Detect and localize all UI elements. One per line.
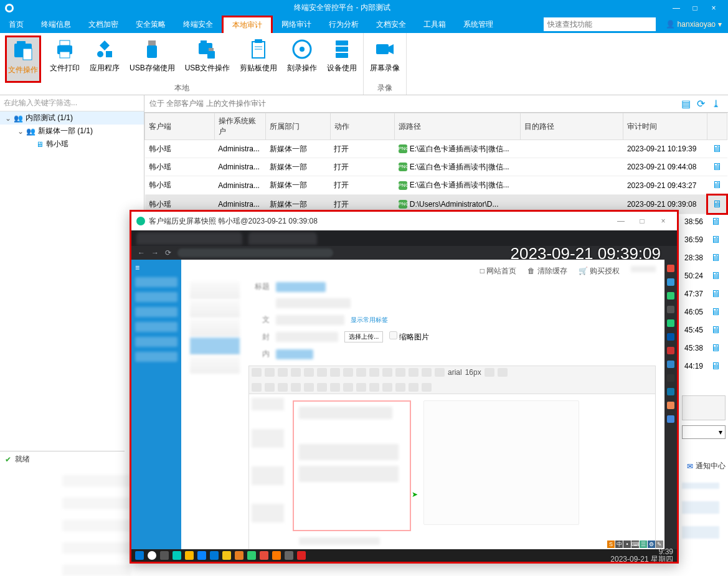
popup-close[interactable]: × xyxy=(655,217,672,225)
menu-doc-encrypt[interactable]: 文档加密 xyxy=(80,16,127,33)
view-screenshot-icon[interactable]: 🖥 xyxy=(709,270,722,281)
svg-rect-1 xyxy=(17,41,26,46)
view-screenshot-icon[interactable]: 🖥 xyxy=(712,143,722,154)
ribbon-device[interactable]: 设备使用 xyxy=(326,35,358,83)
th-dst[interactable]: 目的路径 xyxy=(520,113,623,140)
th-icon xyxy=(707,113,727,140)
svg-point-6 xyxy=(97,51,103,57)
th-dept[interactable]: 所属部门 xyxy=(266,113,330,140)
ss-body: □ 网站首页 🗑 清除缓存 🛒 购买授权 标题 文显示常用标签 封选择上传...… xyxy=(181,260,664,549)
ribbon-file-ops[interactable]: 文件操作 xyxy=(5,35,41,83)
th-src[interactable]: 源路径 xyxy=(395,113,521,140)
menu-doc-security[interactable]: 文档安全 xyxy=(367,16,415,33)
ss-ime-bar: S 中 • ⌨ ☰ ⚙ ✎ xyxy=(607,541,663,548)
tree-client[interactable]: 🖥韩小瑶 xyxy=(0,138,144,151)
ss-editor-body: ➤ xyxy=(248,394,656,550)
minimize-button[interactable]: — xyxy=(667,4,686,12)
close-button[interactable]: × xyxy=(704,4,723,12)
client-tree: 在此输入关键字筛选... ⌄👥内部测试 (1/1) ⌄👥新媒体一部 (1/1) … xyxy=(0,95,144,475)
reload-icon: ⟳ xyxy=(165,248,171,257)
apps-icon xyxy=(93,38,116,60)
ribbon-usb-file[interactable]: USB文件操作 xyxy=(184,35,232,83)
view-screenshot-icon[interactable]: 🖥 xyxy=(709,216,722,227)
app-icon xyxy=(136,217,145,225)
blurred-area-2 xyxy=(682,483,719,539)
view-screenshot-icon[interactable]: 🖥 xyxy=(709,324,722,336)
ribbon-burn[interactable]: 刻录操作 xyxy=(286,35,318,83)
popup-maximize[interactable]: □ xyxy=(633,217,651,225)
menu-security-policy[interactable]: 安全策略 xyxy=(127,16,174,33)
view-screenshot-icon[interactable]: 🖥 xyxy=(709,252,722,263)
table-row[interactable]: 28:38🖥 xyxy=(672,248,722,267)
printer-icon xyxy=(54,38,76,60)
menu-home[interactable]: 首页 xyxy=(0,16,32,33)
table-row[interactable]: 韩小瑶Administra...新媒体一部打开PNGE:\蓝白色卡通插画读书|微… xyxy=(145,176,727,195)
ribbon-apps[interactable]: 应用程序 xyxy=(88,35,121,83)
menu-system-mgmt[interactable]: 系统管理 xyxy=(455,16,502,33)
app-icon xyxy=(222,551,231,560)
menu-terminal-info[interactable]: 终端信息 xyxy=(32,16,80,33)
ribbon-clipboard[interactable]: 剪贴板使用 xyxy=(239,35,278,83)
tree-dept[interactable]: ⌄👥新媒体一部 (1/1) xyxy=(0,125,144,138)
menu-terminal-security[interactable]: 终端安全 xyxy=(174,16,222,33)
file-ops-icon xyxy=(12,40,34,62)
table-row[interactable]: 46:05🖥 xyxy=(672,303,722,321)
tree-filter[interactable]: 在此输入关键字筛选... xyxy=(0,95,144,111)
table-row[interactable]: 45:38🖥 xyxy=(672,339,722,357)
user-name: hanxiaoyao xyxy=(678,20,716,29)
vscroll[interactable] xyxy=(682,395,726,420)
tree-root[interactable]: ⌄👥内部测试 (1/1) xyxy=(0,111,144,125)
ss-sidebar: ≡ xyxy=(131,260,181,549)
table-row[interactable]: 韩小瑶Administra...新媒体一部打开PNGE:\蓝白色卡通插画读书|微… xyxy=(145,158,727,176)
menu-network-audit[interactable]: 网络审计 xyxy=(273,16,320,33)
view-screenshot-icon[interactable]: 🖥 xyxy=(712,179,722,190)
columns-button[interactable]: ▤ xyxy=(678,98,693,110)
menu-behavior[interactable]: 行为分析 xyxy=(320,16,367,33)
view-screenshot-icon[interactable]: 🖥 xyxy=(712,199,722,209)
table-row[interactable]: 38:56🖥 xyxy=(672,212,722,230)
app-icon xyxy=(260,551,268,560)
ss-taskbar: 9:392023-09-21 星期四 xyxy=(131,549,677,562)
blurred-area xyxy=(62,470,131,576)
view-screenshot-icon[interactable]: 🖥 xyxy=(709,361,722,372)
ss-tab xyxy=(136,232,242,245)
ribbon-screen-record[interactable]: 屏幕录像 xyxy=(369,35,401,83)
table-row[interactable]: 36:59🖥 xyxy=(672,230,722,248)
th-os[interactable]: 操作系统账户 xyxy=(214,113,266,140)
maximize-button[interactable]: □ xyxy=(686,4,704,12)
group-icon: 👥 xyxy=(14,114,23,123)
popup-minimize[interactable]: — xyxy=(612,217,630,225)
quick-search[interactable] xyxy=(544,17,656,31)
view-screenshot-icon[interactable]: 🖥 xyxy=(709,342,722,354)
view-screenshot-icon[interactable]: 🖥 xyxy=(712,161,722,172)
table-row[interactable]: 50:24🖥 xyxy=(672,267,722,285)
export-button[interactable]: ⤓ xyxy=(708,98,723,110)
quick-search-input[interactable] xyxy=(547,20,652,29)
notification-center[interactable]: ✉通知中心 xyxy=(687,461,726,471)
user-menu[interactable]: 👤 hanxiaoyao ▾ xyxy=(659,16,728,33)
table-row[interactable]: 47:37🖥 xyxy=(672,285,722,303)
ss-address xyxy=(177,248,333,257)
table-row[interactable]: 韩小瑶Administra...新媒体一部打开PNGE:\蓝白色卡通插画读书|微… xyxy=(145,140,727,158)
view-screenshot-icon[interactable]: 🖥 xyxy=(709,234,722,245)
view-screenshot-icon[interactable]: 🖥 xyxy=(709,288,722,300)
th-client[interactable]: 客户端 xyxy=(145,113,215,140)
ribbon-usb-storage[interactable]: USB存储使用 xyxy=(128,35,176,83)
menu-local-audit[interactable]: 本地审计 xyxy=(222,16,273,33)
table-row[interactable]: 45:45🖥 xyxy=(672,321,722,339)
view-screenshot-icon[interactable]: 🖥 xyxy=(709,306,722,318)
table-row[interactable]: 44:19🖥 xyxy=(672,357,722,375)
app-icon xyxy=(235,551,243,560)
svg-rect-2 xyxy=(23,49,32,60)
th-time[interactable]: 审计时间 xyxy=(623,113,707,140)
app-icon xyxy=(247,551,256,560)
menu-toolbox[interactable]: 工具箱 xyxy=(415,16,455,33)
th-action[interactable]: 动作 xyxy=(330,113,394,140)
monitor-icon: 🖥 xyxy=(36,140,44,149)
ribbon-file-print[interactable]: 文件打印 xyxy=(49,35,81,83)
page-size-select[interactable]: ▾ xyxy=(682,425,726,439)
refresh-button[interactable]: ⟳ xyxy=(693,98,708,110)
taskview-icon xyxy=(160,551,169,560)
back-icon: ← xyxy=(138,248,145,257)
chevron-down-icon: ▾ xyxy=(718,20,722,29)
